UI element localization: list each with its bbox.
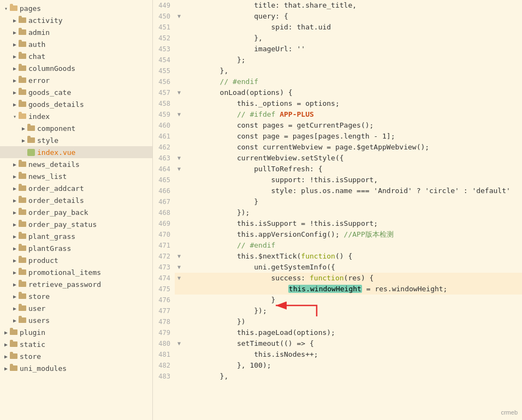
chevron-right-icon[interactable]: ▶ (11, 41, 19, 47)
sidebar-item-order_details[interactable]: ▶order_details (0, 194, 152, 206)
chevron-down-icon[interactable]: ▾ (11, 113, 19, 119)
sidebar-item-plant_grass[interactable]: ▶plant_grass (0, 230, 152, 242)
sidebar-item-auth[interactable]: ▶auth (0, 38, 152, 50)
folder-icon (19, 77, 26, 83)
chevron-right-icon[interactable]: ▶ (11, 53, 19, 59)
sidebar-item-label: user (28, 304, 45, 313)
line-number: 455 (153, 65, 175, 76)
chevron-right-icon[interactable]: ▶ (11, 161, 19, 167)
sidebar-item-goods_details[interactable]: ▶goods_details (0, 98, 152, 110)
chevron-right-icon[interactable]: ▶ (11, 17, 19, 23)
sidebar-item-index[interactable]: ▾index (0, 110, 152, 122)
fold-button (175, 196, 183, 207)
sidebar-item-order_pay_back[interactable]: ▶order_pay_back (0, 206, 152, 218)
sidebar-item-static[interactable]: ▶static (0, 338, 152, 350)
chevron-right-icon[interactable]: ▶ (11, 185, 19, 191)
code-line-462: 462 const currentWebview = page.$getAppW… (153, 142, 522, 153)
code-content: } (183, 196, 522, 207)
chevron-right-icon[interactable]: ▶ (11, 77, 19, 83)
sidebar-item-error[interactable]: ▶error (0, 74, 152, 86)
chevron-down-icon[interactable]: ▾ (2, 5, 10, 11)
sidebar-item-label: columnGoods (28, 64, 75, 73)
chevron-right-icon[interactable]: ▶ (2, 329, 10, 335)
sidebar-item-label: plugin (20, 328, 45, 337)
chevron-right-icon[interactable]: ▶ (11, 257, 19, 263)
sidebar-item-plugin[interactable]: ▶plugin (0, 326, 152, 338)
chevron-right-icon[interactable]: ▶ (11, 317, 19, 323)
fold-button (175, 55, 183, 65)
sidebar-item-label: activity (28, 16, 63, 25)
chevron-right-icon[interactable]: ▶ (20, 137, 27, 143)
sidebar-item-news_details[interactable]: ▶news_details (0, 158, 152, 170)
sidebar-item-promotional_items[interactable]: ▶promotional_items (0, 266, 152, 278)
sidebar-item-uni_modules[interactable]: ▶uni_modules (0, 362, 152, 374)
sidebar-item-label: static (20, 340, 45, 349)
chevron-right-icon[interactable]: ▶ (11, 173, 19, 179)
line-number: 476 (153, 295, 175, 305)
code-content: } (183, 295, 522, 305)
fold-button[interactable]: ▼ (175, 273, 183, 284)
sidebar-item-plantGrass[interactable]: ▶plantGrass (0, 242, 152, 254)
code-line-468: 468 }); (153, 207, 522, 218)
chevron-right-icon[interactable]: ▶ (11, 197, 19, 203)
fold-button[interactable]: ▼ (175, 109, 183, 120)
sidebar-item-chat[interactable]: ▶chat (0, 50, 152, 62)
chevron-right-icon[interactable]: ▶ (11, 281, 19, 287)
chevron-right-icon[interactable]: ▶ (11, 65, 19, 71)
chevron-right-icon[interactable]: ▶ (2, 353, 10, 359)
sidebar-item-admin[interactable]: ▶admin (0, 26, 152, 38)
sidebar-item-order_addcart[interactable]: ▶order_addcart (0, 182, 152, 194)
chevron-right-icon[interactable]: ▶ (11, 293, 19, 299)
sidebar-item-label: product (28, 256, 58, 265)
fold-button[interactable]: ▼ (175, 251, 183, 262)
sidebar-item-store[interactable]: ▶store (0, 290, 152, 302)
fold-button[interactable]: ▼ (175, 338, 183, 349)
chevron-right-icon[interactable]: ▶ (11, 101, 19, 107)
sidebar-item-user[interactable]: ▶user (0, 302, 152, 314)
code-line-453: 453 imageUrl: '' (153, 44, 522, 55)
code-line-450: 450▼ query: { (153, 11, 522, 22)
chevron-right-icon[interactable]: ▶ (2, 341, 10, 347)
code-token: // #ifdef (186, 110, 280, 118)
chevron-right-icon[interactable]: ▶ (11, 29, 19, 35)
code-token: function (310, 274, 344, 282)
folder-icon (27, 137, 35, 143)
code-line-467: 467 } (153, 196, 522, 207)
sidebar-item-news_list[interactable]: ▶news_list (0, 170, 152, 182)
chevron-right-icon[interactable]: ▶ (11, 209, 19, 215)
code-token (186, 285, 288, 293)
code-token: query: { (186, 12, 288, 20)
chevron-right-icon[interactable]: ▶ (11, 245, 19, 251)
chevron-right-icon[interactable]: ▶ (2, 365, 10, 371)
sidebar-item-pages[interactable]: ▾pages (0, 2, 152, 14)
fold-button[interactable]: ▼ (175, 153, 183, 164)
code-token: }); (186, 208, 250, 217)
sidebar-item-columnGoods[interactable]: ▶columnGoods (0, 62, 152, 74)
sidebar-item-index.vue[interactable]: index.vue (0, 146, 152, 158)
sidebar-item-order_pay_status[interactable]: ▶order_pay_status (0, 218, 152, 230)
sidebar-item-goods_cate[interactable]: ▶goods_cate (0, 86, 152, 98)
fold-button (175, 44, 183, 55)
file-tree: ▾pages▶activity▶admin▶auth▶chat▶columnGo… (0, 0, 153, 420)
sidebar-item-store2[interactable]: ▶store (0, 350, 152, 362)
code-token: }, 100); (186, 361, 271, 369)
sidebar-item-users[interactable]: ▶users (0, 314, 152, 326)
sidebar-item-retrieve_password[interactable]: ▶retrieve_password (0, 278, 152, 290)
sidebar-item-activity[interactable]: ▶activity (0, 14, 152, 26)
fold-button[interactable]: ▼ (175, 164, 183, 175)
fold-button[interactable]: ▼ (175, 11, 183, 22)
code-token: APP-PLUS (280, 110, 314, 118)
chevron-right-icon[interactable]: ▶ (11, 221, 19, 227)
fold-button[interactable]: ▼ (175, 262, 183, 273)
chevron-right-icon[interactable]: ▶ (11, 305, 19, 311)
chevron-right-icon[interactable]: ▶ (20, 125, 27, 131)
sidebar-item-product[interactable]: ▶product (0, 254, 152, 266)
chevron-right-icon[interactable]: ▶ (11, 89, 19, 95)
fold-button[interactable]: ▼ (175, 87, 183, 98)
folder-icon (19, 101, 26, 107)
sidebar-item-style[interactable]: ▶style (0, 134, 152, 146)
chevron-right-icon[interactable]: ▶ (11, 233, 19, 239)
chevron-right-icon[interactable]: ▶ (11, 269, 19, 275)
sidebar-item-component[interactable]: ▶component (0, 122, 152, 134)
code-token: title: that.share_title, (186, 1, 357, 9)
